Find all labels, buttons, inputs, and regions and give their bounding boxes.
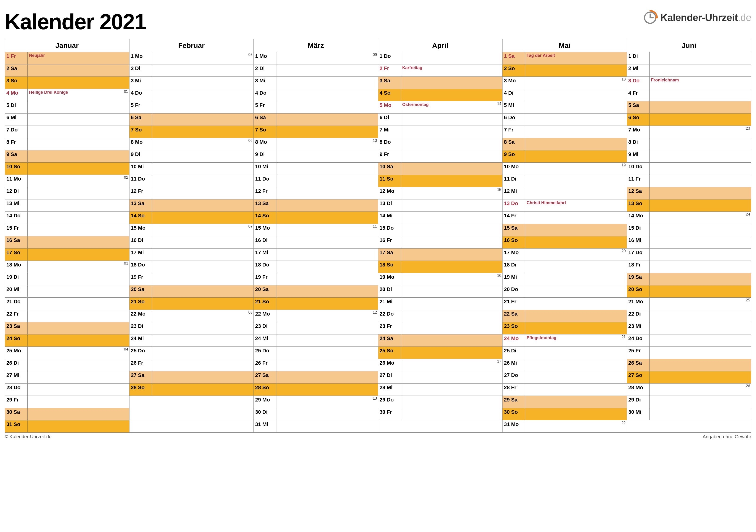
day-note — [525, 236, 627, 248]
day-cell: 1 SaTag der Arbeit — [502, 52, 627, 64]
day-number: 22 Do — [378, 310, 401, 322]
day-note: 07 — [152, 224, 254, 236]
day-cell-inner: 10 Sa — [378, 163, 502, 175]
day-cell: 14 Fr — [502, 212, 627, 224]
day-cell-inner: 13 Sa — [129, 199, 254, 212]
day-cell-inner: 31 So — [5, 420, 129, 432]
day-note — [152, 163, 254, 175]
day-cell-inner: 17 So — [5, 248, 129, 261]
day-note — [28, 371, 129, 383]
day-note — [276, 150, 378, 163]
day-number: 17 Mi — [129, 248, 152, 261]
day-cell: 22 Do — [378, 310, 502, 322]
day-cell-inner: 16 Sa — [5, 236, 129, 248]
day-cell-inner: 18 Mo03 — [5, 261, 129, 273]
day-cell: 7 So — [254, 126, 378, 138]
day-number: 14 So — [254, 212, 276, 224]
day-number: 22 Mo — [129, 310, 152, 322]
day-number: 13 Mi — [5, 199, 28, 212]
day-cell: 8 Do — [378, 138, 502, 150]
day-number: 7 So — [254, 126, 276, 138]
day-cell-inner: 19 Mo16 — [378, 273, 502, 285]
day-note: Karfreitag — [401, 64, 502, 76]
day-cell: 25 So — [378, 347, 502, 359]
day-note — [525, 101, 627, 113]
day-cell-inner: 17 Mi — [129, 248, 254, 261]
day-cell-inner: 15 Do — [378, 224, 502, 236]
day-number: 27 Mi — [5, 371, 28, 383]
day-number: 29 Fr — [5, 396, 28, 408]
day-cell: 8 Di — [627, 138, 751, 150]
day-note — [525, 224, 627, 236]
day-number: 3 Do — [627, 77, 650, 89]
day-cell: 21 So — [129, 298, 254, 310]
day-cell: 20 So — [627, 285, 751, 298]
day-note: 04 — [28, 347, 129, 359]
day-number: 19 Fr — [254, 273, 276, 285]
day-cell: 24 Sa — [378, 335, 502, 347]
day-number: 30 So — [502, 408, 525, 420]
day-cell: 14 Do — [5, 212, 129, 224]
day-number: 8 Fr — [5, 138, 28, 150]
day-note — [401, 114, 502, 126]
day-note — [276, 359, 378, 371]
day-note — [401, 224, 502, 236]
day-number: 18 Di — [502, 261, 525, 273]
day-note: Tag der Arbeit — [525, 52, 627, 64]
day-cell-inner: 27 So — [627, 371, 751, 383]
day-number: 4 Do — [129, 89, 152, 101]
day-cell-inner: 1 FrNeujahr — [5, 52, 129, 64]
day-cell: 5 Sa — [627, 101, 751, 114]
day-cell-inner: 11 Fr — [627, 175, 751, 187]
day-cell: 26 Mi — [502, 359, 627, 371]
calendar-page: Kalender 2021 Kalender-Uhrzeit.de Januar… — [5, 10, 751, 440]
day-number: 18 Mo — [5, 261, 28, 273]
day-cell: 18 Fr — [627, 261, 751, 273]
day-cell-inner: 13 Sa — [254, 199, 378, 212]
day-note — [401, 396, 502, 408]
day-cell-inner: 20 Di — [378, 285, 502, 297]
day-note — [28, 64, 129, 76]
day-cell: 4 MoHeilige Drei Könige01 — [5, 89, 129, 101]
day-number: 27 Sa — [254, 371, 276, 383]
day-cell: 7 Do — [5, 126, 129, 138]
day-number: 5 Fr — [129, 101, 152, 113]
day-number: 30 Di — [254, 408, 276, 420]
day-note — [28, 396, 129, 408]
day-number: 3 Mo — [502, 77, 525, 89]
day-note — [152, 322, 254, 334]
calendar-row: 26 Di26 Fr26 Fr26 Mo1726 Mi26 Sa — [5, 359, 751, 371]
day-note — [28, 322, 129, 334]
day-number: 31 Mi — [254, 420, 276, 432]
day-note — [401, 261, 502, 273]
header: Kalender 2021 Kalender-Uhrzeit.de — [5, 10, 751, 34]
day-note — [28, 114, 129, 126]
day-cell: 19 Mi — [502, 273, 627, 285]
day-number: 8 Sa — [502, 138, 525, 150]
day-cell-inner: 24 Mi — [129, 335, 254, 346]
footer-disclaimer: Angaben ohne Gewähr — [703, 434, 751, 440]
day-cell: 10 Mi — [254, 163, 378, 175]
day-number: 1 Di — [627, 52, 650, 64]
day-cell-inner: 20 So — [627, 285, 751, 297]
day-cell-inner: 18 Fr — [627, 261, 751, 273]
day-note — [28, 150, 129, 163]
day-note: 19 — [525, 163, 627, 175]
day-cell-inner: 3 DoFronleichnam — [627, 77, 751, 89]
day-cell: 15 Di — [627, 224, 751, 236]
day-cell-inner: 16 Di — [129, 236, 254, 248]
day-note — [650, 359, 751, 371]
day-cell-inner: 8 Do — [378, 138, 502, 150]
day-note — [276, 101, 378, 113]
calendar-row: 24 So24 Mi24 Mi24 Sa24 MoPfingstmontag21… — [5, 335, 751, 347]
day-cell: 18 Do — [254, 261, 378, 273]
day-number: 28 Fr — [502, 384, 525, 395]
day-cell: 11 Di — [502, 175, 627, 187]
day-cell-inner: 27 Sa — [129, 371, 254, 383]
day-cell: 14 So — [129, 212, 254, 224]
day-cell-inner: 29 Sa — [502, 396, 627, 408]
day-cell-inner: 6 So — [627, 114, 751, 126]
week-number: 01 — [124, 89, 128, 94]
day-cell: 5 Mi — [502, 101, 627, 114]
day-cell: 6 Sa — [129, 114, 254, 126]
